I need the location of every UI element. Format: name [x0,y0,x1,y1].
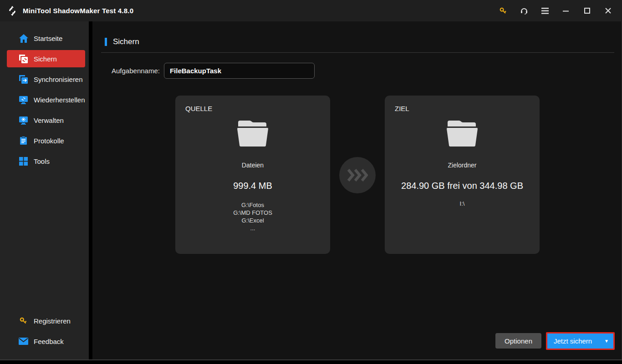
backup-icon [19,54,28,64]
sidebar-item-label: Registrieren [34,317,71,325]
header-divider [101,52,614,53]
source-size: 999.4 MB [185,181,320,191]
support-headset-icon[interactable] [516,4,532,18]
backup-now-button[interactable]: Jetzt sichern ▼ [547,334,613,349]
sidebar-item-tools[interactable]: Tools [7,152,85,170]
sidebar-item-label: Sichern [34,55,57,63]
source-card-title: QUELLE [185,105,320,112]
target-free-space: 284.90 GB frei von 344.98 GB [395,181,530,191]
folder-icon [236,120,270,147]
sidebar-item-label: Protokolle [34,137,64,145]
app-title: MiniTool ShadowMaker Test 4.8.0 [23,7,133,15]
titlebar: MiniTool ShadowMaker Test 4.8.0 [0,0,622,21]
sidebar-item-sichern[interactable]: Sichern [7,50,85,67]
backup-now-highlight: Jetzt sichern ▼ [546,332,615,350]
sidebar-item-registrieren[interactable]: Registrieren [7,312,85,329]
dropdown-caret-icon[interactable]: ▼ [604,339,609,344]
license-key-icon[interactable] [495,4,511,18]
sidebar-item-label: Startseite [34,35,62,42]
target-card[interactable]: ZIEL Zielordner 284.90 GB frei von 344.9… [385,96,540,254]
task-name-label: Aufgabenname: [112,67,160,75]
task-name-input[interactable] [164,63,315,79]
sidebar-item-label: Synchronisieren [34,76,83,83]
sidebar: Startseite Sichern Synchronisieren Wiede… [0,21,89,359]
folder-icon [445,120,479,147]
sidebar-item-feedback[interactable]: Feedback [7,333,85,350]
sidebar-item-verwalten[interactable]: Verwalten [7,111,85,129]
menu-icon[interactable] [537,4,553,18]
backup-now-label: Jetzt sichern [554,337,604,345]
tools-icon [19,157,28,166]
main-content: Sichern Aufgabenname: QUELLE Dateien 999… [92,21,622,359]
sidebar-item-synchronisieren[interactable]: Synchronisieren [7,71,85,88]
chevrons-icon [347,169,368,182]
restore-icon [19,95,28,105]
sidebar-item-protokolle[interactable]: Protokolle [7,132,85,149]
source-path-ellipsis: ... [185,224,320,232]
sidebar-item-label: Feedback [34,338,64,345]
sidebar-item-wiederherstellen[interactable]: Wiederherstellen [7,91,85,108]
minimize-icon[interactable] [558,4,574,18]
source-card[interactable]: QUELLE Dateien 999.4 MB G:\Fotos G:\MD F… [175,96,330,254]
sidebar-item-label: Verwalten [34,116,64,124]
source-path: G:\Fotos [185,201,320,209]
mail-icon [19,337,28,346]
maximize-icon[interactable] [579,4,595,18]
sidebar-item-startseite[interactable]: Startseite [7,30,85,47]
page-title: Sichern [113,37,139,46]
source-path: G:\MD FOTOS [185,209,320,217]
target-name: Zielordner [395,162,530,169]
source-paths: G:\Fotos G:\MD FOTOS G:\Excel ... [185,201,320,232]
sync-icon [19,75,28,84]
sidebar-divider [89,21,92,359]
options-button[interactable]: Optionen [495,333,541,349]
close-icon[interactable] [600,4,616,18]
window-bottom-edge [0,359,622,364]
source-to-target-arrow [339,157,376,193]
target-card-title: ZIEL [395,105,530,112]
home-icon [19,34,28,43]
app-logo-icon [6,5,18,17]
source-name: Dateien [185,162,320,169]
manage-icon [19,116,28,125]
section-accent-bar [105,38,107,46]
app-window: MiniTool ShadowMaker Test 4.8.0 [0,0,622,364]
logs-icon [19,136,28,146]
sidebar-item-label: Tools [34,157,50,165]
register-key-icon [19,316,28,326]
sidebar-item-label: Wiederherstellen [34,96,85,104]
source-path: G:\Excel [185,217,320,224]
target-path: I:\ [395,200,530,207]
